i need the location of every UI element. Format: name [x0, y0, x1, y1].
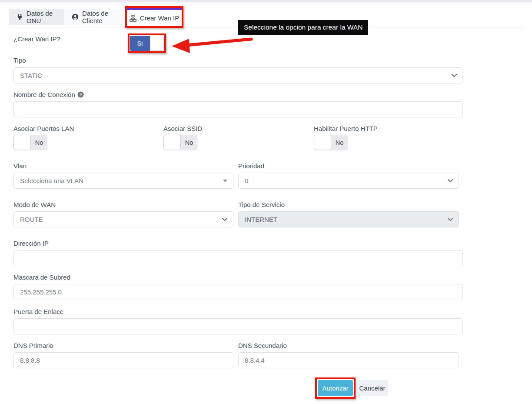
dns-secundario-input[interactable]	[238, 352, 459, 368]
asociar-ssid-label: Asociar SSID	[163, 125, 202, 132]
direccion-ip-input[interactable]	[13, 250, 463, 266]
prioridad-select[interactable]: 0	[238, 173, 459, 189]
asociar-puertos-lan-toggle[interactable]: No	[13, 135, 47, 150]
toggle-state-label: No	[31, 135, 47, 150]
modo-wan-label: Modo de WAN	[13, 201, 56, 208]
habilitar-puerto-http-label: Habilitar Puerto HTTP	[314, 125, 378, 132]
tab-label: Datos de Cliente	[82, 10, 116, 24]
toggle-highlight-box: Si	[128, 33, 166, 53]
autorizar-button[interactable]: Autorizar	[318, 380, 353, 396]
selected-value: ROUTE	[20, 216, 43, 223]
nombre-conexion-input[interactable]	[13, 101, 463, 117]
toggle-knob	[163, 135, 181, 150]
vlan-select[interactable]: Selecciona una VLAN	[13, 173, 233, 189]
modo-wan-select[interactable]: ROUTE	[13, 211, 233, 227]
crear-wan-ip-page: Datos de ONU Datos de Cliente Crear Wan …	[0, 0, 532, 404]
chevron-down-icon	[222, 218, 227, 221]
asociar-ssid-toggle[interactable]: No	[163, 135, 197, 150]
toggle-state-label: No	[331, 135, 348, 150]
user-circle-icon	[72, 13, 79, 20]
chevron-down-icon	[448, 179, 453, 183]
tipo-select[interactable]: STATIC	[13, 67, 463, 83]
crear-wan-toggle[interactable]: Si	[130, 36, 164, 51]
tooltip: Seleccione la opcion para crear la WAN	[238, 20, 368, 35]
puerta-enlace-input[interactable]	[13, 318, 463, 334]
tab-datos-de-onu[interactable]: Datos de ONU	[9, 9, 64, 25]
dns-primario-label: DNS Primario	[13, 342, 53, 349]
mascara-subred-input[interactable]	[13, 284, 463, 300]
tipo-servicio-label: Tipo de Servicio	[238, 201, 285, 208]
toggle-knob	[150, 36, 164, 51]
cancelar-button[interactable]: Cancelar	[356, 380, 388, 396]
svg-text:?: ?	[79, 93, 82, 97]
toggle-knob	[314, 135, 331, 150]
tipo-servicio-select: INTERNET	[238, 211, 459, 227]
tab-crear-wan-ip[interactable]: Crear Wan IP	[127, 10, 182, 26]
red-arrow-annotation	[167, 34, 256, 58]
toggle-state-label: Si	[130, 36, 150, 51]
selected-value: STATIC	[20, 72, 42, 79]
toggle-state-label: No	[181, 135, 197, 150]
puerta-enlace-label: Puerta de Enlace	[13, 308, 63, 315]
selected-value: 0	[245, 177, 248, 184]
caret-down-icon	[223, 180, 227, 182]
vlan-label: Vlan	[13, 162, 27, 170]
asociar-puertos-lan-label: Asociar Puertos LAN	[13, 125, 74, 132]
mascara-subred-label: Mascara de Subred	[13, 274, 70, 281]
nombre-conexion-label: Nombre de Conexión ?	[13, 91, 84, 98]
selected-value: INTERNET	[245, 216, 277, 223]
dns-secundario-label: DNS Secundario	[238, 342, 287, 349]
tab-label: Crear Wan IP	[140, 14, 179, 22]
direccion-ip-label: Dirección IP	[13, 240, 49, 247]
plug-icon	[17, 14, 23, 20]
active-tab-highlight-box: Crear Wan IP	[125, 6, 183, 28]
toggle-knob	[13, 135, 31, 150]
top-fade	[0, 2, 532, 7]
tab-datos-de-cliente[interactable]: Datos de Cliente	[64, 9, 124, 25]
selected-value: Selecciona una VLAN	[20, 177, 83, 184]
chevron-down-icon	[452, 74, 457, 77]
question-circle-icon[interactable]: ?	[77, 91, 84, 98]
chevron-down-icon	[448, 218, 453, 221]
tab-label: Datos de ONU	[27, 10, 56, 24]
prioridad-label: Prioridad	[238, 162, 264, 170]
tipo-label: Tipo	[13, 57, 26, 64]
habilitar-puerto-http-toggle[interactable]: No	[314, 135, 348, 150]
sitemap-icon	[130, 15, 136, 22]
crear-wan-label: ¿Crear Wan IP?	[13, 35, 60, 43]
dns-primario-input[interactable]	[13, 352, 233, 368]
